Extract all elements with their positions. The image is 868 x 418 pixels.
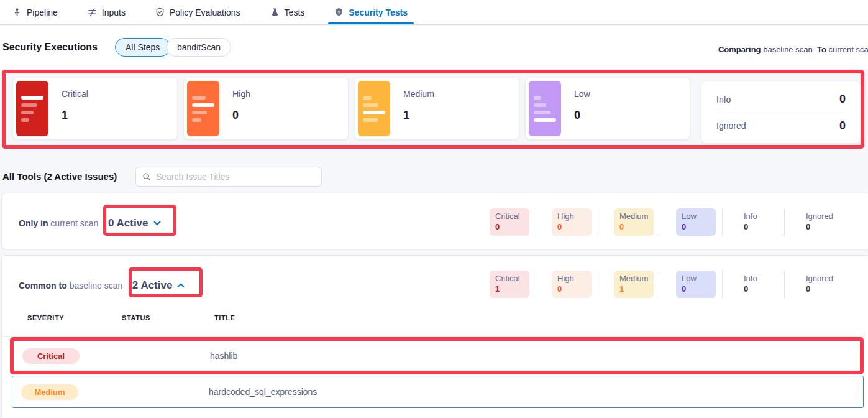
column-status: STATUS: [122, 314, 214, 322]
severity-count: 0: [574, 109, 590, 122]
severity-label: Low: [574, 89, 590, 99]
severity-label: Critical: [62, 89, 88, 99]
filter-banditscan[interactable]: banditScan: [167, 38, 231, 57]
severity-count: 1: [403, 109, 434, 122]
severity-count: 0: [232, 109, 250, 122]
tab-label: Policy Evaluations: [170, 7, 240, 17]
chip-label: Medium: [619, 274, 648, 283]
chip-count: 0: [744, 284, 772, 294]
ignored-count: 0: [839, 119, 846, 132]
chip-high: High 0: [552, 271, 592, 298]
search-input[interactable]: [156, 172, 315, 182]
issue-row-hashlib[interactable]: Critical hashlib: [14, 341, 860, 371]
tab-label: Inputs: [102, 7, 126, 17]
chevron-up-icon: [177, 283, 185, 288]
tab-security-tests[interactable]: Security Tests: [333, 0, 409, 24]
filter-label: All Steps: [126, 42, 160, 52]
chip-count: 0: [619, 222, 648, 231]
all-tools-title: All Tools (2 Active Issues): [2, 171, 117, 182]
chip-label: High: [557, 274, 586, 283]
chip-count: 0: [806, 222, 834, 231]
ignored-label: Ignored: [716, 121, 746, 131]
severity-count: 1: [62, 109, 88, 122]
chip-count: 0: [806, 284, 834, 294]
chip-count: 0: [557, 222, 586, 231]
chip-count: 0: [682, 222, 710, 231]
tab-tests[interactable]: Tests: [269, 0, 306, 24]
baseline-scan-label[interactable]: baseline scan: [763, 45, 813, 54]
column-title: TITLE: [214, 314, 235, 322]
flask-icon: [270, 7, 280, 17]
security-shield-icon: [334, 7, 344, 17]
active-count-toggle[interactable]: 0 Active: [108, 217, 161, 230]
info-row: Info 0: [716, 86, 846, 113]
issue-row-hardcoded-sql-expressions[interactable]: Medium hardcoded_sql_expressions: [12, 376, 864, 408]
info-label: Info: [716, 95, 731, 104]
severity-chips-current-scan: Critical 0 High 0 Medium 0 Low 0 Info 0 …: [490, 208, 862, 236]
chip-medium: Medium 1: [614, 271, 654, 298]
issues-table-header: SEVERITY STATUS TITLE: [1, 314, 865, 322]
security-tests-page: Pipeline Inputs Policy Evaluations Tests…: [0, 0, 868, 418]
chip-label: Medium: [619, 211, 648, 221]
chip-label: Info: [744, 211, 772, 221]
ignored-row: Ignored 0: [716, 113, 846, 139]
chip-ignored: Ignored 0: [800, 271, 840, 298]
tab-pipeline[interactable]: Pipeline: [11, 0, 59, 24]
only-in-current-scan-label: Only in current scan 0 Active: [19, 217, 161, 230]
tab-label: Tests: [285, 7, 305, 17]
severity-chips-baseline-scan: Critical 1 High 0 Medium 1 Low 0 Info 0 …: [490, 271, 862, 298]
summary-card-critical: Critical 1: [12, 77, 178, 140]
medium-severity-icon: [358, 81, 390, 136]
summary-card-high: High 0: [183, 77, 349, 140]
high-severity-icon: [187, 81, 219, 136]
chip-label: Info: [744, 274, 772, 283]
summary-card-low: Low 0: [525, 77, 690, 140]
filter-label: banditScan: [177, 42, 221, 52]
severity-summary-row: Critical 1 High 0 Medium 1: [12, 77, 696, 140]
chip-ignored: Ignored 0: [800, 208, 840, 236]
page-title: Security Executions: [2, 42, 98, 53]
chip-info: Info 0: [738, 208, 778, 236]
chip-count: 0: [495, 222, 524, 231]
chip-critical: Critical 1: [490, 271, 529, 298]
filter-all-steps[interactable]: All Steps: [115, 38, 170, 57]
inputs-icon: [88, 7, 97, 17]
column-severity: SEVERITY: [1, 314, 122, 322]
critical-severity-icon: [16, 81, 48, 136]
chip-count: 0: [682, 284, 710, 294]
info-count: 0: [839, 93, 846, 106]
severity-badge: Critical: [22, 348, 80, 364]
active-count-toggle[interactable]: 2 Active: [132, 279, 185, 292]
current-scan-label[interactable]: current scan: [828, 45, 868, 54]
chip-count: 1: [619, 284, 648, 294]
section-prefix: Only in: [19, 218, 48, 228]
section-prefix: Common to: [19, 281, 67, 290]
chip-label: Critical: [495, 211, 524, 221]
chip-count: 0: [744, 222, 772, 231]
chip-medium: Medium 0: [614, 208, 654, 236]
section-scope: baseline scan: [70, 281, 123, 290]
common-to-baseline-scan-label: Common to baseline scan 2 Active: [19, 279, 185, 292]
active-count-label: 0 Active: [108, 217, 148, 230]
tab-policy-evaluations[interactable]: Policy Evaluations: [154, 0, 242, 24]
summary-card-medium: Medium 1: [354, 77, 519, 140]
comparing-label: Comparing: [718, 45, 761, 54]
search-icon: [142, 172, 151, 181]
table-header-divider: [1, 336, 865, 337]
chip-count: 1: [495, 284, 524, 294]
chip-label: Ignored: [806, 274, 834, 283]
issue-title: hardcoded_sql_expressions: [209, 387, 317, 397]
pipeline-icon: [12, 7, 22, 17]
to-label: To: [817, 45, 826, 54]
low-severity-icon: [529, 81, 561, 136]
tab-inputs[interactable]: Inputs: [86, 0, 127, 24]
active-count-label: 2 Active: [132, 279, 173, 292]
chip-label: Low: [682, 274, 710, 283]
issue-title: hashlib: [210, 351, 237, 361]
severity-badge: Medium: [21, 384, 78, 400]
chip-label: Ignored: [806, 211, 834, 221]
chevron-down-icon: [153, 221, 161, 226]
tab-label: Security Tests: [349, 7, 408, 17]
tab-label: Pipeline: [27, 7, 58, 17]
security-executions-header: Security Executions All Steps banditScan…: [0, 26, 868, 69]
